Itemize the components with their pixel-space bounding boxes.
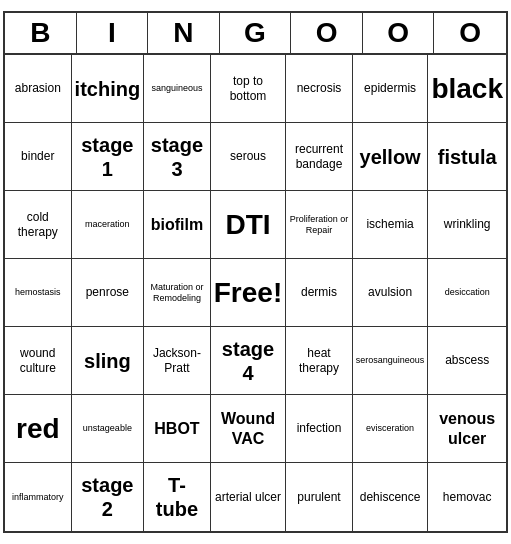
bingo-cell-21: hemostasis xyxy=(5,259,72,327)
bingo-cell-28: wound culture xyxy=(5,327,72,395)
bingo-board: BINGOOO abrasionitchingsanguineoustop to… xyxy=(3,11,508,533)
cell-text: Jackson-Pratt xyxy=(147,346,207,375)
cell-text: unstageable xyxy=(83,423,132,434)
cell-text: Maturation or Remodeling xyxy=(147,282,207,304)
bingo-cell-30: Jackson-Pratt xyxy=(144,327,211,395)
cell-text: inflammatory xyxy=(12,492,64,503)
bingo-cell-39: infection xyxy=(286,395,353,463)
bingo-cell-15: maceration xyxy=(72,191,145,259)
bingo-cell-29: sling xyxy=(72,327,145,395)
bingo-cell-43: stage 2 xyxy=(72,463,145,531)
cell-text: necrosis xyxy=(297,81,342,95)
cell-text: hemostasis xyxy=(15,287,61,298)
bingo-cell-31: stage 4 xyxy=(211,327,286,395)
bingo-cell-23: Maturation or Remodeling xyxy=(144,259,211,327)
bingo-cell-40: evisceration xyxy=(353,395,429,463)
cell-text: epidermis xyxy=(364,81,416,95)
cell-text: hemovac xyxy=(443,490,492,504)
bingo-cell-18: Proliferation or Repair xyxy=(286,191,353,259)
bingo-grid: abrasionitchingsanguineoustop to bottomn… xyxy=(5,55,506,531)
bingo-cell-5: epidermis xyxy=(353,55,429,123)
cell-text: biofilm xyxy=(151,215,203,234)
cell-text: desiccation xyxy=(445,287,490,298)
cell-text: recurrent bandage xyxy=(289,142,349,171)
bingo-cell-16: biofilm xyxy=(144,191,211,259)
cell-text: wound culture xyxy=(8,346,68,375)
cell-text: stage 1 xyxy=(75,133,141,181)
header-cell-I: I xyxy=(77,13,149,53)
bingo-cell-44: T-tube xyxy=(144,463,211,531)
bingo-cell-41: venous ulcer xyxy=(428,395,506,463)
cell-text: heat therapy xyxy=(289,346,349,375)
bingo-cell-17: DTI xyxy=(211,191,286,259)
header-cell-B: B xyxy=(5,13,77,53)
cell-text: purulent xyxy=(297,490,340,504)
bingo-cell-33: serosanguineous xyxy=(353,327,429,395)
bingo-cell-36: unstageable xyxy=(72,395,145,463)
cell-text: itching xyxy=(75,77,141,101)
header-cell-O: O xyxy=(291,13,363,53)
cell-text: binder xyxy=(21,149,54,163)
bingo-cell-24: Free! xyxy=(211,259,286,327)
bingo-cell-11: recurrent bandage xyxy=(286,123,353,191)
cell-text: wrinkling xyxy=(444,217,491,231)
cell-text: evisceration xyxy=(366,423,414,434)
bingo-cell-8: stage 1 xyxy=(72,123,145,191)
header-cell-G: G xyxy=(220,13,292,53)
bingo-cell-45: arterial ulcer xyxy=(211,463,286,531)
cell-text: sanguineous xyxy=(151,83,202,94)
bingo-cell-7: binder xyxy=(5,123,72,191)
bingo-cell-47: dehiscence xyxy=(353,463,429,531)
bingo-cell-42: inflammatory xyxy=(5,463,72,531)
bingo-cell-1: itching xyxy=(72,55,145,123)
cell-text: dermis xyxy=(301,285,337,299)
cell-text: cold therapy xyxy=(8,210,68,239)
bingo-cell-4: necrosis xyxy=(286,55,353,123)
bingo-cell-37: HBOT xyxy=(144,395,211,463)
cell-text: T-tube xyxy=(147,473,207,521)
bingo-cell-13: fistula xyxy=(428,123,506,191)
header-cell-O: O xyxy=(363,13,435,53)
cell-text: dehiscence xyxy=(360,490,421,504)
bingo-cell-12: yellow xyxy=(353,123,429,191)
bingo-cell-32: heat therapy xyxy=(286,327,353,395)
bingo-cell-0: abrasion xyxy=(5,55,72,123)
bingo-cell-34: abscess xyxy=(428,327,506,395)
cell-text: Free! xyxy=(214,276,282,310)
bingo-cell-22: penrose xyxy=(72,259,145,327)
cell-text: ischemia xyxy=(366,217,413,231)
cell-text: stage 3 xyxy=(147,133,207,181)
header-cell-N: N xyxy=(148,13,220,53)
cell-text: top to bottom xyxy=(214,74,282,103)
cell-text: infection xyxy=(297,421,342,435)
bingo-header: BINGOOO xyxy=(5,13,506,55)
cell-text: Wound VAC xyxy=(214,409,282,447)
bingo-cell-14: cold therapy xyxy=(5,191,72,259)
cell-text: yellow xyxy=(360,145,421,169)
cell-text: black xyxy=(431,72,503,106)
bingo-cell-19: ischemia xyxy=(353,191,429,259)
cell-text: red xyxy=(16,412,60,446)
bingo-cell-10: serous xyxy=(211,123,286,191)
bingo-cell-46: purulent xyxy=(286,463,353,531)
bingo-cell-26: avulsion xyxy=(353,259,429,327)
cell-text: avulsion xyxy=(368,285,412,299)
cell-text: serous xyxy=(230,149,266,163)
cell-text: HBOT xyxy=(154,419,199,438)
cell-text: Proliferation or Repair xyxy=(289,214,349,236)
cell-text: maceration xyxy=(85,219,130,230)
header-cell-O: O xyxy=(434,13,506,53)
cell-text: arterial ulcer xyxy=(215,490,281,504)
bingo-cell-20: wrinkling xyxy=(428,191,506,259)
cell-text: abrasion xyxy=(15,81,61,95)
cell-text: penrose xyxy=(86,285,129,299)
bingo-cell-9: stage 3 xyxy=(144,123,211,191)
bingo-cell-38: Wound VAC xyxy=(211,395,286,463)
cell-text: serosanguineous xyxy=(356,355,425,366)
bingo-cell-27: desiccation xyxy=(428,259,506,327)
bingo-cell-48: hemovac xyxy=(428,463,506,531)
bingo-cell-6: black xyxy=(428,55,506,123)
cell-text: stage 4 xyxy=(214,337,282,385)
cell-text: abscess xyxy=(445,353,489,367)
bingo-cell-3: top to bottom xyxy=(211,55,286,123)
